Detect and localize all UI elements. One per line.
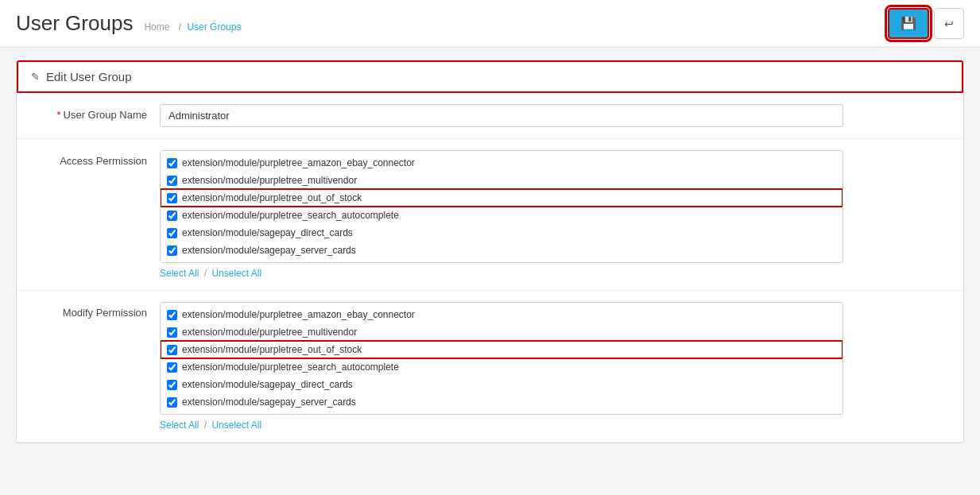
access-unselect-all[interactable]: Unselect All <box>211 268 261 279</box>
modify-item-1: extension/module/purpletree_multivendor <box>161 323 842 341</box>
save-icon: 💾 <box>901 16 916 31</box>
save-button[interactable]: 💾 <box>888 8 929 39</box>
name-control <box>160 104 947 127</box>
access-item-5: extension/module/sagepay_server_cards <box>161 242 842 259</box>
modify-unselect-all[interactable]: Unselect All <box>211 420 261 431</box>
back-button[interactable]: ↩ <box>934 8 964 39</box>
modify-checkbox-2[interactable] <box>167 345 177 355</box>
modify-item-3: extension/module/purpletree_search_autoc… <box>161 358 842 376</box>
access-item-3: extension/module/purpletree_search_autoc… <box>161 207 842 224</box>
access-select-links: Select All / Unselect All <box>160 268 947 279</box>
access-permission-box: extension/module/purpletree_amazon_ebay_… <box>160 150 843 263</box>
modify-item-4: extension/module/sagepay_direct_cards <box>161 376 842 393</box>
access-checkbox-3[interactable] <box>167 211 177 221</box>
modify-item-2: extension/module/purpletree_out_of_stock <box>161 341 842 358</box>
modify-checkbox-5[interactable] <box>167 397 177 408</box>
modify-control: extension/module/purpletree_amazon_ebay_… <box>160 302 947 431</box>
main-panel: ✎ Edit User Group *User Group Name Acces… <box>16 60 964 443</box>
user-group-name-input[interactable] <box>160 104 843 127</box>
header-actions: 💾 ↩ <box>888 8 964 39</box>
modify-checkbox-1[interactable] <box>167 327 177 338</box>
form-row-access: Access Permission extension/module/purpl… <box>17 139 963 291</box>
breadcrumb-separator: / <box>179 21 181 33</box>
modify-permission-box: extension/module/purpletree_amazon_ebay_… <box>160 302 843 415</box>
back-icon: ↩ <box>944 17 954 30</box>
access-checkbox-0[interactable] <box>167 158 177 168</box>
breadcrumb-user-groups[interactable]: User Groups <box>187 21 241 33</box>
access-checkbox-5[interactable] <box>167 246 177 256</box>
panel-header: ✎ Edit User Group <box>17 60 963 93</box>
access-control: extension/module/purpletree_amazon_ebay_… <box>160 150 947 279</box>
title-area: User Groups Home / User Groups <box>16 11 241 36</box>
breadcrumb: Home / User Groups <box>141 21 241 33</box>
form-row-name: *User Group Name <box>17 93 963 139</box>
access-checkbox-2[interactable] <box>167 193 177 203</box>
modify-item-5: extension/module/sagepay_server_cards <box>161 393 842 411</box>
modify-checkbox-0[interactable] <box>167 310 177 320</box>
access-item-2: extension/module/purpletree_out_of_stock <box>161 189 842 207</box>
modify-item-0: extension/module/purpletree_amazon_ebay_… <box>161 306 842 323</box>
required-star: * <box>56 109 60 121</box>
access-item-0: extension/module/purpletree_amazon_ebay_… <box>161 154 842 172</box>
access-permission-scroll[interactable]: extension/module/purpletree_amazon_ebay_… <box>161 151 842 262</box>
name-label: *User Group Name <box>33 104 160 121</box>
modify-permission-scroll[interactable]: extension/module/purpletree_amazon_ebay_… <box>161 303 842 414</box>
form-body: *User Group Name Access Permission exten… <box>17 93 963 443</box>
access-select-all[interactable]: Select All <box>160 268 199 279</box>
access-item-1: extension/module/purpletree_multivendor <box>161 172 842 189</box>
page-title: User Groups <box>16 11 133 36</box>
panel-title: ✎ Edit User Group <box>31 70 132 83</box>
access-checkbox-4[interactable] <box>167 228 177 238</box>
modify-select-all[interactable]: Select All <box>160 420 199 431</box>
access-checkbox-1[interactable] <box>167 176 177 186</box>
form-row-modify: Modify Permission extension/module/purpl… <box>17 291 963 443</box>
modify-checkbox-4[interactable] <box>167 380 177 390</box>
access-label: Access Permission <box>33 150 160 167</box>
breadcrumb-home: Home <box>144 21 169 33</box>
access-item-4: extension/module/sagepay_direct_cards <box>161 224 842 242</box>
modify-select-links: Select All / Unselect All <box>160 420 947 431</box>
modify-checkbox-3[interactable] <box>167 362 177 373</box>
page-header: User Groups Home / User Groups 💾 ↩ <box>0 0 980 48</box>
modify-label: Modify Permission <box>33 302 160 319</box>
pencil-icon: ✎ <box>31 71 40 83</box>
